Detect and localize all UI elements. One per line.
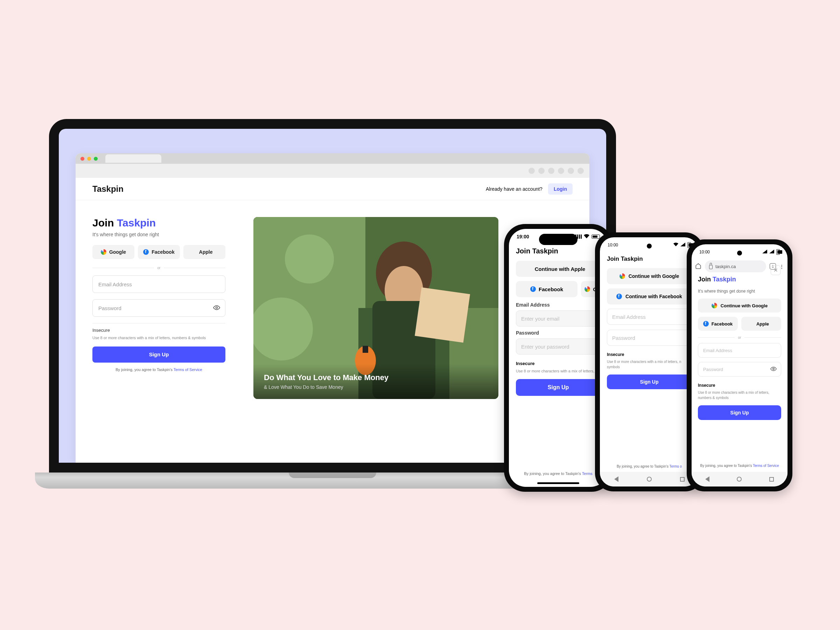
camera-punch: [647, 243, 652, 248]
login-button[interactable]: Login: [548, 183, 573, 194]
password-placeholder: Password: [703, 367, 723, 372]
google-sso-button[interactable]: Continue with Google: [698, 298, 781, 313]
phone-content: Join Taskpin Continue with Apple Faceboo…: [509, 247, 608, 396]
or-divider: or: [92, 266, 226, 270]
toolbar-icon: [529, 167, 535, 174]
google-icon: [101, 249, 106, 255]
url-bar[interactable]: taskpin.ca: [705, 261, 766, 272]
already-account-label: Already have an account?: [486, 186, 543, 192]
email-input[interactable]: Email Address: [92, 275, 226, 293]
eye-icon[interactable]: [213, 304, 220, 312]
signup-button[interactable]: Sign Up: [607, 374, 692, 389]
signup-button[interactable]: Sign Up: [698, 405, 781, 420]
google-sso-label: Continue with Google: [721, 303, 767, 308]
email-placeholder: Email Address: [703, 348, 732, 353]
signal-icon: [681, 243, 685, 248]
svg-rect-8: [415, 287, 470, 343]
password-strength-label: Insecure: [516, 361, 601, 366]
toolbar-icon: [548, 167, 554, 174]
maximize-window-icon[interactable]: [94, 157, 98, 161]
password-hint: Use 8 or more characters with a mix of l…: [698, 390, 781, 400]
email-input[interactable]: Email Address: [698, 343, 781, 358]
google-sso-button[interactable]: Continue with Google: [607, 268, 692, 284]
join-title: Join Taskpin: [607, 256, 692, 262]
recents-icon[interactable]: [769, 477, 774, 482]
close-window-icon[interactable]: [81, 157, 84, 161]
password-input[interactable]: Password: [92, 299, 226, 317]
google-sso-button[interactable]: Google: [92, 245, 134, 259]
tos-text: By joining, you agree to Taskpin's Terms: [509, 471, 608, 477]
facebook-label: Facebook: [712, 321, 733, 327]
signal-icon: [769, 249, 774, 254]
google-icon: [712, 303, 717, 308]
hero-subtitle: & Love What You Do to Save Money: [264, 384, 488, 390]
apple-sso-button[interactable]: Continue with Apple: [516, 261, 601, 277]
sso-row: Google Facebook Apple: [92, 245, 226, 259]
phone-content: Join Taskpin Continue with Google Contin…: [600, 256, 699, 389]
apple-label: Apple: [199, 249, 213, 255]
apple-sso-button[interactable]: Apple: [741, 317, 781, 331]
facebook-sso-button[interactable]: Facebook: [698, 317, 738, 331]
phone-content: Join Taskpin It's where things get done …: [692, 276, 788, 420]
home-icon[interactable]: [737, 477, 742, 482]
join-title: Join Taskpin: [92, 217, 226, 229]
toolbar-icon: [578, 167, 584, 174]
tos-link[interactable]: Terms of Service: [174, 368, 202, 372]
facebook-sso-button[interactable]: Facebook: [138, 245, 180, 259]
signup-button[interactable]: Sign Up: [516, 379, 601, 396]
tos-link[interactable]: Terms o: [669, 464, 682, 468]
apple-label: Apple: [756, 321, 769, 327]
join-subtitle: It's where things get done right: [92, 232, 226, 237]
android-navbar: [600, 472, 699, 486]
google-label: Google: [109, 249, 126, 255]
home-icon[interactable]: [695, 263, 701, 270]
toolbar-icon: [568, 167, 574, 174]
tos-text: By joining, you agree to Taskpin's Terms…: [92, 368, 226, 372]
email-input[interactable]: Enter your email: [516, 311, 601, 327]
email-input[interactable]: Email Address: [607, 309, 692, 325]
android-browser-mockup: 10:00 taskpin.ca 1 ⋮ ✕ Join Taskpin It's…: [687, 239, 793, 491]
android-navbar: [692, 472, 788, 486]
password-placeholder: Enter your password: [521, 344, 570, 350]
svg-rect-10: [363, 346, 368, 353]
minimize-window-icon[interactable]: [87, 157, 91, 161]
tos-link[interactable]: Terms: [582, 471, 592, 476]
password-hint: Use 8 or more characters with a mix of l…: [92, 335, 226, 341]
or-label: or: [738, 336, 741, 339]
back-icon[interactable]: [614, 476, 619, 482]
sso-row: Facebook Apple: [698, 317, 781, 331]
status-time: 10:00: [608, 243, 618, 248]
tos-link[interactable]: Terms of Service: [753, 464, 779, 467]
apple-sso-button[interactable]: Apple: [183, 245, 226, 259]
hero-title: Do What You Love to Make Money: [264, 373, 488, 382]
join-title: Join Taskpin: [698, 276, 781, 283]
facebook-icon: [616, 294, 622, 299]
header-right: Already have an account? Login: [486, 183, 573, 194]
password-label: Password: [516, 330, 601, 336]
hero-image: Do What You Love to Make Money & Love Wh…: [253, 217, 498, 399]
status-time: 19:00: [516, 234, 529, 239]
laptop-notch: [294, 119, 371, 129]
home-indicator: [537, 482, 579, 484]
browser-tab[interactable]: [105, 154, 161, 163]
eye-icon[interactable]: [771, 366, 777, 373]
signup-button[interactable]: Sign Up: [92, 346, 226, 363]
facebook-sso-button[interactable]: Continue with Facebook: [607, 288, 692, 305]
browser-tabbar: [76, 153, 589, 164]
password-input[interactable]: Password: [698, 362, 781, 377]
join-subtitle: It's where things get done right: [698, 289, 781, 294]
home-icon[interactable]: [647, 477, 652, 482]
recents-icon[interactable]: [680, 477, 685, 482]
password-input[interactable]: Password: [607, 330, 692, 346]
facebook-sso-button[interactable]: Facebook: [516, 281, 578, 297]
battery-icon: [592, 235, 600, 239]
tos-text: By joining, you agree to Taskpin's Terms…: [692, 463, 788, 468]
url-text: taskpin.ca: [715, 264, 736, 269]
close-button[interactable]: ✕: [771, 265, 780, 275]
brand-logo: Taskpin: [92, 184, 123, 194]
password-input[interactable]: Enter your password: [516, 338, 601, 355]
back-icon[interactable]: [705, 476, 709, 482]
password-placeholder: Password: [612, 335, 635, 341]
join-prefix: Join: [698, 276, 713, 283]
svg-point-11: [285, 235, 334, 284]
